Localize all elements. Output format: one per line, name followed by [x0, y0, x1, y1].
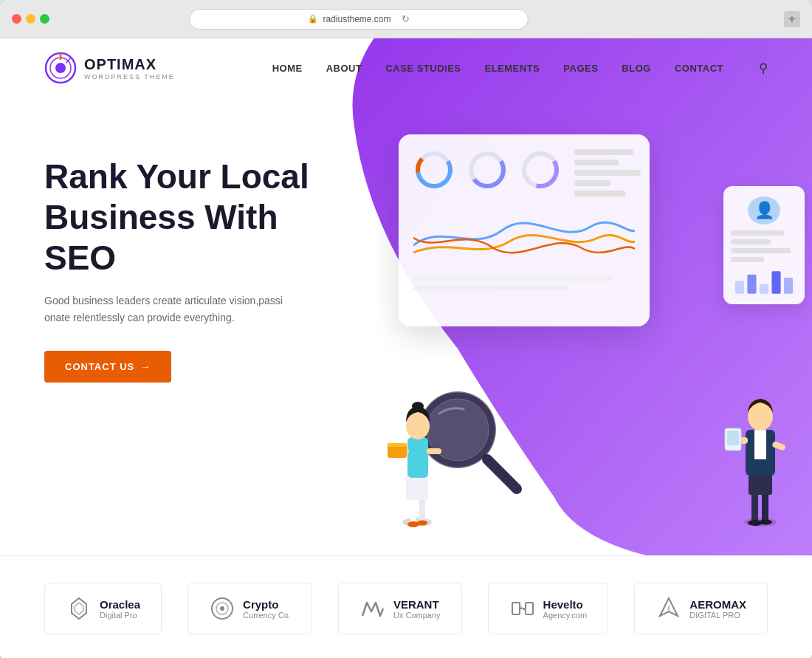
- lock-icon: 🔒: [308, 14, 318, 24]
- maximize-dot[interactable]: [40, 14, 49, 24]
- search-icon[interactable]: ⚲: [759, 61, 768, 76]
- nav-blog[interactable]: BLOG: [622, 63, 651, 74]
- hero-content: Rank Your Local Business With SEO Good b…: [0, 97, 354, 383]
- svg-point-37: [759, 520, 772, 525]
- svg-rect-14: [760, 284, 768, 294]
- hero-section: Rank Your Local Business With SEO Good b…: [0, 97, 812, 555]
- svg-point-31: [406, 413, 430, 439]
- svg-marker-46: [72, 598, 86, 619]
- client-oraclea: Oraclea Digital Pro: [44, 583, 162, 634]
- person-left-figure: [384, 378, 450, 541]
- svg-rect-22: [419, 496, 425, 522]
- svg-rect-28: [427, 448, 441, 454]
- dashboard-circles: [413, 149, 561, 191]
- client-crypto: Crypto Currency Co.: [187, 583, 312, 634]
- donut-chart-3: [520, 149, 561, 191]
- oraclea-icon: [66, 595, 92, 622]
- nav-pages[interactable]: PAGES: [563, 63, 598, 74]
- svg-rect-13: [747, 275, 756, 294]
- svg-rect-40: [754, 430, 766, 459]
- dashboard-top-row: [413, 149, 635, 202]
- profile-card: 👤: [723, 186, 805, 304]
- client-hevelto: Hevelto Agency.com: [488, 583, 609, 634]
- browser-window: 🔒 radiustheme.com ↻ +: [0, 0, 812, 658]
- logo-text: OPTIMAX WORDPRESS THEME: [84, 56, 175, 80]
- verant-icon: [359, 595, 386, 622]
- wave-chart: [413, 208, 635, 267]
- svg-rect-52: [526, 603, 533, 614]
- svg-rect-21: [410, 496, 416, 524]
- aeromax-icon: [656, 595, 682, 622]
- hero-illustration: 👤: [354, 97, 812, 541]
- verant-text: VERANT Ux Company: [393, 598, 441, 620]
- svg-rect-38: [749, 473, 772, 495]
- site-header: OPTIMAX WORDPRESS THEME HOME ABOUT CASE …: [0, 38, 812, 97]
- logo[interactable]: OPTIMAX WORDPRESS THEME: [44, 52, 175, 84]
- aeromax-text: AEROMAX DIGITAL PRO: [689, 598, 746, 620]
- donut-chart-1: [413, 149, 455, 191]
- svg-point-50: [220, 606, 224, 611]
- new-tab-button[interactable]: +: [784, 11, 800, 27]
- hero-title: Rank Your Local Business With SEO: [44, 157, 310, 279]
- svg-rect-51: [512, 603, 520, 614]
- crypto-icon: [209, 595, 235, 622]
- contact-us-button[interactable]: CONTACT US →: [44, 351, 171, 383]
- dashboard-card: [399, 134, 650, 326]
- clients-bar: Oraclea Digital Pro Crypto Currency Co.: [0, 555, 812, 658]
- svg-point-24: [417, 521, 427, 526]
- browser-dots: [12, 14, 49, 24]
- client-aeromax: AEROMAX DIGITAL PRO: [634, 583, 768, 634]
- minimize-dot[interactable]: [26, 14, 35, 24]
- refresh-icon[interactable]: ↻: [402, 13, 410, 24]
- website-content: OPTIMAX WORDPRESS THEME HOME ABOUT CASE …: [0, 38, 812, 658]
- nav-home[interactable]: HOME: [272, 63, 303, 74]
- donut-chart-2: [467, 149, 508, 191]
- svg-rect-16: [784, 278, 793, 294]
- svg-rect-34: [751, 493, 758, 524]
- svg-rect-30: [388, 443, 407, 447]
- svg-rect-43: [727, 431, 739, 445]
- address-bar[interactable]: 🔒 radiustheme.com ↻: [189, 9, 529, 30]
- nav-about[interactable]: ABOUT: [326, 63, 362, 74]
- close-dot[interactable]: [12, 14, 21, 24]
- profile-lines: [731, 230, 797, 262]
- nav-elements[interactable]: ELEMENTS: [484, 63, 540, 74]
- oraclea-text: Oraclea Digital Pro: [100, 598, 140, 620]
- hevelto-text: Hevelto Agency.com: [543, 598, 588, 620]
- hevelto-icon: [509, 595, 536, 622]
- hero-description: Good business leaders create articulate …: [44, 292, 310, 328]
- person-right-figure: [723, 363, 797, 541]
- svg-marker-47: [75, 603, 83, 614]
- client-verant: VERANT Ux Company: [338, 583, 462, 634]
- profile-mini-chart: [731, 268, 797, 294]
- crypto-text: Crypto Currency Co.: [243, 598, 291, 620]
- url-text: radiustheme.com: [323, 14, 390, 24]
- svg-point-2: [55, 63, 66, 73]
- svg-line-19: [487, 459, 517, 489]
- dashboard-text-lines: [574, 149, 641, 202]
- svg-rect-26: [407, 437, 428, 478]
- svg-rect-15: [771, 272, 780, 294]
- svg-rect-12: [735, 281, 744, 294]
- svg-rect-35: [762, 493, 768, 522]
- nav-case-studies[interactable]: CASE STUDIES: [385, 63, 461, 74]
- dashboard-bottom-lines: [413, 276, 635, 290]
- svg-rect-25: [406, 474, 428, 500]
- main-nav: HOME ABOUT CASE STUDIES ELEMENTS PAGES B…: [272, 61, 768, 76]
- browser-chrome: 🔒 radiustheme.com ↻ +: [0, 0, 812, 38]
- nav-contact[interactable]: CONTACT: [675, 63, 723, 74]
- profile-avatar: 👤: [748, 196, 780, 225]
- logo-icon: [44, 52, 77, 84]
- svg-point-32: [412, 402, 424, 411]
